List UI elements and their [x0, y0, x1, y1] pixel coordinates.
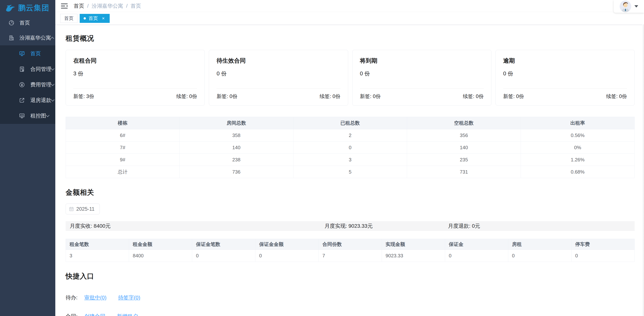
quick-row-label: 合同: [66, 313, 78, 316]
sidebar-item-label: 汾湖嘉华公寓 [20, 34, 51, 42]
caret-down-icon [634, 5, 638, 8]
column-header: 保证金 [445, 239, 508, 250]
cell: 7# [66, 142, 180, 154]
card-renewed: 续签: 0份 [606, 93, 627, 100]
sidebar-subitem-contracts[interactable]: 合同管理 [0, 61, 55, 77]
cell: 235 [407, 154, 521, 166]
card-new-signed: 新签: 3份 [73, 93, 94, 100]
table-row: 7# 140 0 140 0% [66, 142, 635, 154]
card-new-signed: 新签: 0份 [216, 93, 237, 100]
cell: 3 [293, 154, 407, 166]
sidebar-subitem-checkout[interactable]: 退房退款 [0, 92, 55, 108]
tab-label: 首页 [64, 15, 74, 21]
monitor-chart-icon [19, 50, 25, 57]
column-header: 租金笔数 [66, 239, 129, 250]
cell: 9023.33 [382, 250, 445, 262]
tab-home[interactable]: 首页 [60, 14, 78, 23]
amount-detail-table: 租金笔数 租金金额 保证金笔数 保证金金额 合同份数 实现金额 保证金 房租 停… [66, 239, 635, 262]
table-row-total: 总计 736 5 731 0.68% [66, 166, 635, 178]
cell: 140 [407, 142, 521, 154]
cell: 731 [407, 166, 521, 178]
link-awaiting-signature[interactable]: 待签字(0) [118, 294, 140, 301]
building-icon [8, 35, 14, 41]
breadcrumb-item-current: 首页 [131, 2, 141, 10]
sidebar-subitem-label: 退房退款 [30, 97, 51, 104]
divider [216, 88, 340, 88]
menu-collapse-icon[interactable] [61, 3, 68, 9]
sidebar-subitem-label: 费用管理 [30, 81, 51, 88]
breadcrumb-item-home[interactable]: 首页 [74, 2, 84, 10]
sidebar-subitem-rentmap[interactable]: 租控图 [0, 108, 55, 124]
column-header: 房间总数 [180, 117, 293, 129]
section-title-quick-entry: 快捷入口 [66, 272, 635, 281]
breadcrumb-separator: / [87, 3, 89, 9]
column-header: 空租总数 [407, 117, 521, 129]
quick-row-contract: 合同: 创建合同 新增租户 [66, 313, 635, 316]
chevron-up-icon [50, 37, 54, 40]
sidebar-item-home[interactable]: 首页 [0, 15, 55, 30]
link-approval-pending[interactable]: 审批中(0) [84, 294, 106, 301]
table-row: 3 8400 0 0 7 9023.33 0 0 0 [66, 250, 635, 262]
cell: 0 [571, 250, 634, 262]
dashboard-icon [8, 20, 14, 26]
building-occupancy-table: 楼栋 房间总数 已租总数 空租总数 出租率 6# 358 2 356 0.56% [66, 117, 635, 178]
cell: 0% [521, 142, 635, 154]
sidebar-menu: 首页 汾湖嘉华公寓 首页 [0, 15, 55, 124]
logo-bird-icon [5, 3, 16, 13]
divider [503, 88, 627, 88]
sidebar-subitem-label: 首页 [30, 50, 49, 57]
card-renewed: 续签: 0份 [463, 93, 484, 100]
user-menu[interactable] [614, 0, 644, 13]
chevron-down-icon [51, 98, 54, 102]
cell: 238 [180, 154, 293, 166]
sidebar-subitem-label: 合同管理 [30, 66, 51, 73]
tab-home-active[interactable]: 首页 [80, 14, 110, 23]
sidebar-subitem-fees[interactable]: 费用管理 [0, 77, 55, 92]
overview-cards: 在租合同 3 份 新签: 3份 续签: 0份 待生效合同 0 份 新签: 0份 … [66, 50, 635, 106]
sidebar: PENG YUN 鹏云集团 首页 汾湖嘉华公寓 [0, 0, 55, 316]
tab-dot-icon [84, 17, 86, 20]
card-value: 0 份 [216, 70, 340, 78]
cell: 356 [407, 129, 521, 142]
cell: 0.56% [521, 129, 635, 142]
chevron-down-icon [51, 82, 54, 86]
column-header: 出租率 [521, 117, 635, 129]
card-renewed: 续签: 0份 [176, 93, 197, 100]
fee-yen-icon [19, 82, 25, 88]
sidebar-subitem-label: 租控图 [30, 112, 46, 120]
cell: 2 [293, 129, 407, 142]
sidebar-item-org[interactable]: 汾湖嘉华公寓 [0, 30, 55, 45]
quick-row-label: 待办: [66, 294, 78, 301]
topbar: 首页 / 汾湖嘉华公寓 / 首页 [55, 0, 644, 12]
column-header: 停车费 [571, 239, 634, 250]
card-renewed: 续签: 0份 [320, 93, 340, 100]
tags-bar: 首页 首页 [55, 12, 644, 25]
card-value: 0 份 [360, 70, 484, 78]
cell: 0 [192, 250, 255, 262]
logo[interactable]: PENG YUN 鹏云集团 [0, 0, 55, 15]
link-add-tenant[interactable]: 新增租户 [117, 313, 138, 316]
cell: 140 [180, 142, 293, 154]
column-header: 房租 [508, 239, 571, 250]
column-header: 实现金额 [382, 239, 445, 250]
calendar-icon [69, 206, 74, 212]
stat-card-overdue: 逾期 0 份 新签: 0份 续签: 0份 [496, 50, 635, 106]
cell: 总计 [66, 166, 180, 178]
main-area: 首页 / 汾湖嘉华公寓 / 首页 [55, 0, 644, 316]
column-header: 已租总数 [293, 117, 407, 129]
table-row: 9# 238 3 235 1.26% [66, 154, 635, 166]
sidebar-subitem-home[interactable]: 首页 [0, 46, 55, 61]
checkout-icon [19, 97, 25, 104]
divider [73, 88, 197, 88]
link-create-contract[interactable]: 创建合同 [84, 313, 105, 316]
cell: 0 [293, 142, 407, 154]
cell: 7 [318, 250, 382, 262]
close-icon[interactable] [101, 16, 106, 21]
app-root: PENG YUN 鹏云集团 首页 汾湖嘉华公寓 [0, 0, 644, 316]
cell: 5 [293, 166, 407, 178]
table-row: 6# 358 2 356 0.56% [66, 129, 635, 142]
month-picker[interactable]: 2025-11 [66, 204, 100, 214]
table-header-row: 楼栋 房间总数 已租总数 空租总数 出租率 [66, 117, 635, 129]
stat-monthly-received: 月度实收: 8400元 [70, 221, 110, 231]
logo-brand: 鹏云集团 [18, 2, 50, 13]
